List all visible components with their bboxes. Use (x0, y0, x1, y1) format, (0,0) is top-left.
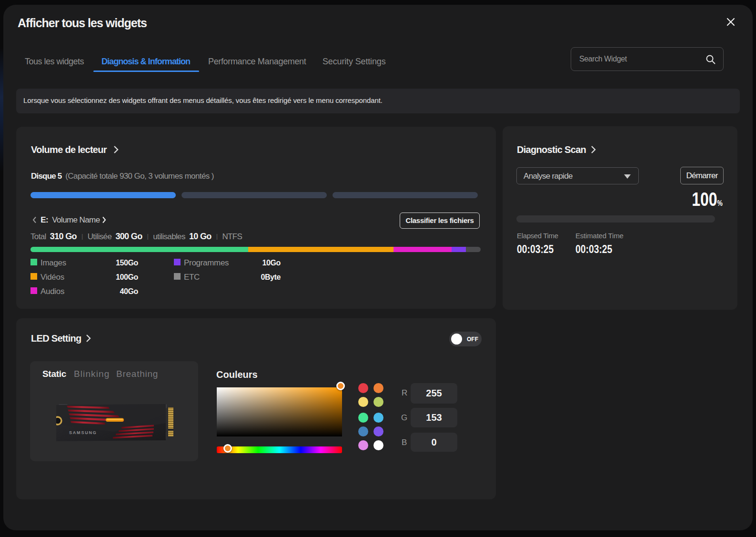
svg-text:SAMSUNG: SAMSUNG (69, 430, 97, 435)
